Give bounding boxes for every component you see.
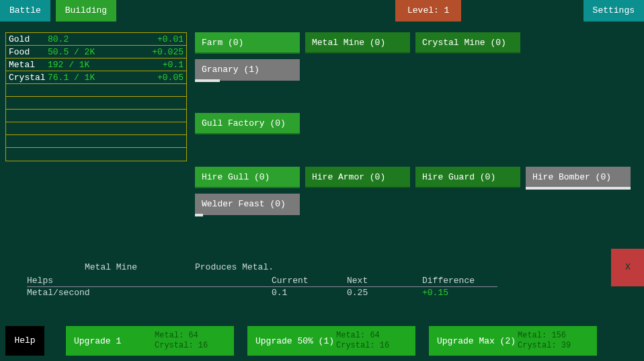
- level-indicator: Level: 1: [395, 0, 461, 22]
- resource-row-empty: [6, 135, 186, 148]
- resource-name: Food: [9, 46, 48, 58]
- detail-row: Metal/second 0.1 0.25 +0.15: [27, 287, 497, 299]
- resource-name: Crystal: [9, 71, 48, 83]
- upgrade-max-button[interactable]: Upgrade Max (2) Metal: 156 Crystal: 39: [429, 326, 597, 356]
- detail-row-diff: +0.15: [422, 287, 497, 299]
- resource-value: 80.2: [48, 33, 128, 45]
- building-farm[interactable]: Farm (0): [195, 32, 300, 54]
- upgrade-50-button[interactable]: Upgrade 50% (1) Metal: 64 Crystal: 16: [247, 326, 415, 356]
- tab-battle[interactable]: Battle: [0, 0, 50, 22]
- resource-value: 50.5 / 2K: [48, 46, 128, 58]
- resource-row-empty: [6, 110, 186, 122]
- detail-col-helps: Helps: [27, 275, 272, 287]
- building-label: Hire Bomber (0): [532, 172, 611, 182]
- resource-table: Gold 80.2 +0.01 Food 50.5 / 2K +0.025 Me…: [5, 32, 187, 161]
- building-hire-bomber[interactable]: Hire Bomber (0): [526, 167, 631, 188]
- progress-bar: [195, 79, 220, 82]
- building-label: Granary (1): [202, 65, 259, 75]
- building-granary[interactable]: Granary (1): [195, 59, 300, 81]
- building-detail-panel: Metal Mine Produces Metal. Helps Current…: [27, 262, 497, 298]
- resource-row: Metal 192 / 1K +0.1: [6, 58, 186, 71]
- building-crystal-mine[interactable]: Crystal Mine (0): [415, 32, 520, 54]
- upgrade-cost-crystal: Crystal: 16: [336, 341, 389, 351]
- detail-row-current: 0.1: [272, 287, 347, 299]
- resource-rate: +0.05: [128, 71, 184, 83]
- upgrade-cost-metal: Metal: 64: [155, 331, 208, 341]
- upgrade-label: Upgrade 1: [74, 336, 155, 346]
- upgrade-cost-metal: Metal: 156: [518, 331, 571, 341]
- progress-bar: [195, 214, 203, 216]
- detail-description: Produces Metal.: [195, 262, 274, 272]
- detail-row-next: 0.25: [347, 287, 422, 299]
- upgrade-1-button[interactable]: Upgrade 1 Metal: 64 Crystal: 16: [66, 326, 234, 356]
- progress-bar: [526, 187, 631, 190]
- upgrade-row: Upgrade 1 Metal: 64 Crystal: 16 Upgrade …: [66, 326, 597, 356]
- building-metal-mine[interactable]: Metal Mine (0): [305, 32, 410, 54]
- resource-row-empty: [6, 148, 186, 161]
- building-welder-feast[interactable]: Welder Feast (0): [195, 194, 300, 215]
- resource-value: 76.1 / 1K: [48, 71, 128, 83]
- upgrade-cost-metal: Metal: 64: [336, 331, 389, 341]
- upgrade-cost-crystal: Crystal: 39: [518, 341, 571, 351]
- resource-row: Gold 80.2 +0.01: [6, 33, 186, 46]
- building-hire-gull[interactable]: Hire Gull (0): [195, 167, 300, 188]
- close-button[interactable]: X: [611, 249, 644, 286]
- resource-row: Crystal 76.1 / 1K +0.05: [6, 71, 186, 84]
- detail-row-name: Metal/second: [27, 287, 272, 299]
- upgrade-label: Upgrade 50% (1): [255, 336, 336, 346]
- detail-col-next: Next: [347, 275, 422, 287]
- detail-title: Metal Mine: [27, 262, 195, 272]
- resource-rate: +0.01: [128, 33, 184, 45]
- resource-row-empty: [6, 122, 186, 135]
- resource-row-empty: [6, 97, 186, 110]
- resource-rate: +0.025: [128, 46, 184, 58]
- building-hire-guard[interactable]: Hire Guard (0): [415, 167, 520, 188]
- detail-col-current: Current: [272, 275, 347, 287]
- building-grid: Farm (0) Metal Mine (0) Crystal Mine (0)…: [195, 32, 639, 220]
- tab-building[interactable]: Building: [56, 0, 116, 22]
- resource-row: Food 50.5 / 2K +0.025: [6, 46, 186, 58]
- building-hire-armor[interactable]: Hire Armor (0): [305, 167, 410, 188]
- resource-name: Gold: [9, 33, 48, 45]
- resource-name: Metal: [9, 58, 48, 71]
- detail-col-diff: Difference: [422, 275, 497, 287]
- settings-button[interactable]: Settings: [583, 0, 644, 22]
- resource-rate: +0.1: [128, 58, 184, 71]
- resource-row-empty: [6, 84, 186, 97]
- upgrade-cost-crystal: Crystal: 16: [155, 341, 208, 351]
- help-button[interactable]: Help: [5, 326, 44, 356]
- building-gull-factory[interactable]: Gull Factory (0): [195, 113, 300, 134]
- upgrade-label: Upgrade Max (2): [437, 336, 518, 346]
- resource-value: 192 / 1K: [48, 58, 128, 71]
- building-label: Welder Feast (0): [202, 199, 286, 209]
